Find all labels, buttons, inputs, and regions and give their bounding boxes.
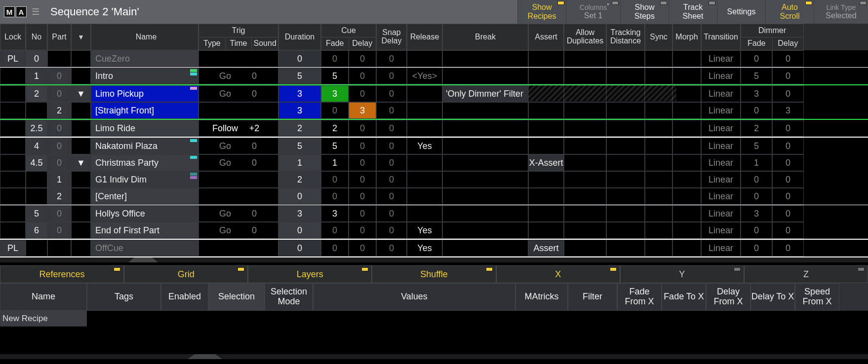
rcol-tags[interactable]: Tags [87,283,161,311]
cell-snap-delay[interactable]: 0 [376,138,407,154]
cell-snap-delay[interactable]: 0 [376,154,407,171]
cell-break[interactable] [442,138,528,154]
horizontal-scroll-notch[interactable] [0,257,868,262]
cue-row[interactable]: 2[Straight Front]3030Linear03 [0,102,868,119]
cell-sync[interactable] [645,205,672,222]
cell-assert[interactable] [528,102,564,119]
cell-part[interactable]: 0 [47,205,71,222]
cell-dimmer-fade[interactable]: 5 [741,138,772,154]
col-dimmer-delay[interactable]: Delay [772,37,804,50]
cell-duration[interactable]: 3 [278,85,321,102]
col-no[interactable]: No [26,24,47,50]
cell-trig[interactable] [198,102,278,119]
col-duration[interactable]: Duration [278,24,321,50]
cell-allow-duplicates[interactable] [564,188,606,205]
col-trig-sound[interactable]: Sound [251,37,278,50]
cell-name[interactable]: OffCue [91,240,198,256]
cell-morph[interactable] [672,240,701,256]
cell-tracking-distance[interactable] [606,222,645,239]
cell-trig[interactable] [198,188,278,205]
cell-transition[interactable]: Linear [701,171,741,188]
cell-no[interactable]: 2.5 [26,120,47,137]
cell-assert[interactable]: Assert [528,240,564,256]
rcol-values[interactable]: Values [313,283,515,311]
cell-dimmer-fade[interactable]: 0 [741,240,772,256]
cell-sync[interactable] [645,222,672,239]
cell-morph[interactable] [672,68,701,84]
cell-part[interactable]: 2 [47,102,71,119]
tab-y[interactable]: Y [620,265,744,283]
cell-name[interactable]: [Straight Front] [91,102,198,119]
topbar-btn-settings[interactable]: Settings [717,0,765,24]
cell-sync[interactable] [645,188,672,205]
cell-sync[interactable] [645,138,672,154]
cell-name[interactable]: Hollys Office [91,205,198,222]
cell-morph[interactable] [672,154,701,171]
tab-layers[interactable]: Layers [248,265,372,283]
cell-release[interactable] [407,154,442,171]
cell-trig[interactable]: Go0 [198,138,278,154]
cell-sync[interactable] [645,102,672,119]
cue-row[interactable]: 10IntroGo05500<Yes>Linear50 [0,68,868,84]
cell-release[interactable] [407,188,442,205]
cell-cue-delay[interactable]: 0 [349,205,376,222]
cell-break[interactable] [442,205,528,222]
cell-no[interactable]: 4.5 [26,154,47,171]
cell-part[interactable]: 0 [47,138,71,154]
cue-row[interactable]: 2.50Limo RideFollow+22200Linear20 [0,120,868,137]
menu-icon[interactable]: ☰ [29,0,42,24]
cell-dimmer-delay[interactable]: 0 [772,171,804,188]
cell-duration[interactable]: 0 [278,240,321,256]
cell-no[interactable]: 1 [26,68,47,84]
cell-cue-delay[interactable]: 0 [349,138,376,154]
cell-trig[interactable]: Go0 [198,68,278,84]
col-break[interactable]: Break [442,24,528,50]
cell-assert[interactable] [528,188,564,205]
col-part[interactable]: Part [47,24,71,50]
cell-cue-delay[interactable]: 3 [349,102,376,119]
cell-dimmer-fade[interactable]: 2 [741,120,772,137]
cell-expand[interactable] [71,102,91,119]
cell-name[interactable]: Nakatomi Plaza [91,138,198,154]
cell-tracking-distance[interactable] [606,154,645,171]
col-sync[interactable]: Sync [645,24,672,50]
tab-z[interactable]: Z [744,265,868,283]
cell-transition[interactable]: Linear [701,222,741,239]
cell-morph[interactable] [672,102,701,119]
cell-release[interactable] [407,102,442,119]
cell-name[interactable]: G1 Indiv Dim [91,171,198,188]
col-trig-type[interactable]: Type [199,37,225,50]
cell-tracking-distance[interactable] [606,171,645,188]
cell-dimmer-delay[interactable]: 0 [772,138,804,154]
cell-trig[interactable] [198,50,278,67]
rcol-enabled[interactable]: Enabled [161,283,208,311]
cell-duration[interactable]: 0 [278,222,321,239]
new-recipe-row[interactable]: New Recipe [0,311,87,327]
col-transition[interactable]: Transition [701,24,741,50]
cue-row[interactable]: 60End of First PartGo00000YesLinear00 [0,222,868,239]
cell-expand[interactable] [71,68,91,84]
cell-part[interactable] [47,50,71,67]
cell-cue-delay[interactable]: 0 [349,240,376,256]
cell-release[interactable] [407,120,442,137]
cell-cue-fade[interactable]: 0 [321,222,349,239]
col-lock[interactable]: Lock [0,24,26,50]
cell-dimmer-fade[interactable]: 1 [741,154,772,171]
cell-duration[interactable]: 2 [278,171,321,188]
cell-snap-delay[interactable]: 0 [376,188,407,205]
cue-row[interactable]: 1G1 Indiv Dim2000Linear00 [0,171,868,188]
cell-assert[interactable] [528,138,564,154]
cell-tracking-distance[interactable] [606,188,645,205]
cell-sync[interactable] [645,240,672,256]
cue-row[interactable]: 2[Center]0000Linear00 [0,188,868,205]
col-trig[interactable]: Trig Type Time Sound [198,24,278,50]
cell-allow-duplicates[interactable] [564,222,606,239]
cell-expand[interactable]: ▼ [71,154,91,171]
cell-allow-duplicates[interactable] [564,240,606,256]
rcol-filter[interactable]: Filter [568,283,617,311]
cell-duration[interactable]: 5 [278,68,321,84]
cell-dimmer-fade[interactable]: 0 [741,102,772,119]
cue-row[interactable]: PLOffCue0000YesAssertLinear00 [0,240,868,256]
cell-assert[interactable] [528,68,564,84]
cell-morph[interactable] [672,171,701,188]
